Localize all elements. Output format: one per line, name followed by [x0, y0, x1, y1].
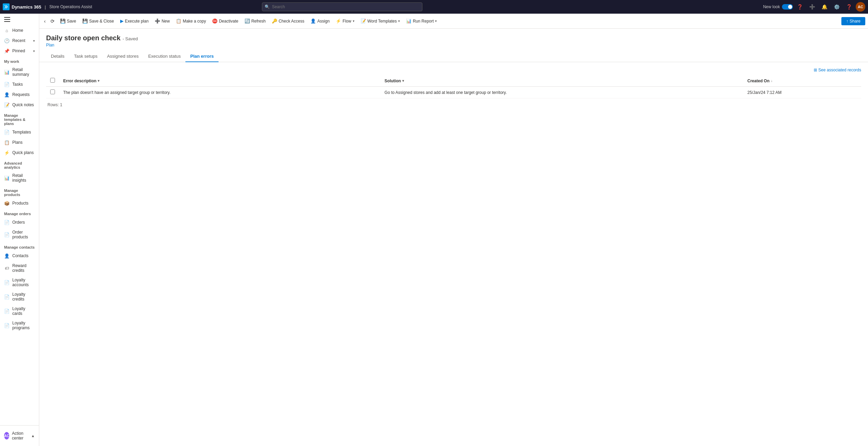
quick-plans-icon: ⚡: [4, 150, 10, 155]
sidebar-item-quick-notes[interactable]: 📝 Quick notes: [0, 100, 39, 110]
recent-icon: 🕐: [4, 38, 10, 43]
manage-templates-header: Manage templates & plans: [0, 110, 39, 127]
add-button[interactable]: ➕: [807, 1, 817, 12]
save-button[interactable]: 💾 Save: [57, 17, 79, 25]
execute-plan-icon: ▶: [120, 18, 124, 24]
sidebar-item-loyalty-cards[interactable]: 📄 Loyalty cards: [0, 304, 39, 318]
requests-icon: 👤: [4, 92, 10, 97]
see-associated-button[interactable]: ⊞ See associated records: [814, 68, 861, 72]
sidebar-item-tasks[interactable]: 📄 Tasks: [0, 79, 39, 89]
table-row: The plan doesn't have an assigned target…: [46, 87, 861, 98]
settings-button[interactable]: ⚙️: [831, 1, 842, 12]
row-checkbox[interactable]: [50, 89, 55, 94]
assign-button[interactable]: 👤 Assign: [308, 17, 332, 25]
created-on-sort-icon: ↓: [771, 79, 772, 83]
action-center-item[interactable]: AC Action center ▲: [0, 428, 39, 443]
sidebar-requests-label: Requests: [12, 92, 30, 97]
manage-products-header: Manage products: [0, 185, 39, 198]
save-close-icon: 💾: [82, 18, 88, 24]
notifications-button[interactable]: 🔔: [819, 1, 830, 12]
sidebar-item-home[interactable]: ⌂ Home: [0, 25, 39, 36]
sidebar-item-quick-plans[interactable]: ⚡ Quick plans: [0, 148, 39, 158]
sidebar-item-loyalty-accounts[interactable]: 📄 Loyalty accounts: [0, 275, 39, 290]
sidebar-item-retail-insights[interactable]: 📊 Retail insights: [0, 171, 39, 185]
deactivate-icon: ⛔: [212, 18, 218, 24]
deactivate-button[interactable]: ⛔ Deactivate: [209, 17, 241, 25]
flow-icon: ⚡: [336, 18, 341, 24]
products-icon: 📦: [4, 200, 10, 206]
select-all-checkbox[interactable]: [50, 78, 55, 83]
sidebar-order-products-label: Order products: [12, 230, 35, 239]
page-title: Daily store open check: [46, 34, 121, 42]
flow-chevron-icon: ▾: [353, 19, 354, 23]
sidebar-menu-button[interactable]: [0, 14, 39, 25]
my-work-header: My work: [0, 56, 39, 65]
sidebar-item-pinned[interactable]: 📌 Pinned ▾: [0, 46, 39, 56]
svg-rect-2: [4, 19, 10, 20]
sidebar-retail-summary-label: Retail summary: [12, 67, 35, 77]
reward-credits-icon: 🏷: [4, 265, 10, 271]
error-description-cell: The plan doesn't have an assigned target…: [59, 87, 380, 98]
retail-insights-icon: 📊: [4, 175, 10, 181]
back-button[interactable]: ‹: [42, 17, 48, 26]
nav-arrows: ‹ ⟳: [42, 17, 57, 26]
svg-rect-3: [4, 21, 10, 22]
header-created-on[interactable]: Created On ↓: [743, 75, 861, 87]
new-look-label: New look: [763, 4, 780, 9]
share-button[interactable]: ↑ Share: [841, 17, 865, 25]
sidebar-products-label: Products: [12, 201, 28, 206]
header-solution[interactable]: Solution ▾: [380, 75, 743, 87]
sidebar-item-loyalty-credits[interactable]: 📄 Loyalty credits: [0, 290, 39, 304]
flow-button[interactable]: ⚡ Flow ▾: [333, 17, 357, 25]
tab-task-setups[interactable]: Task setups: [69, 51, 102, 62]
question-button[interactable]: ❓: [843, 1, 854, 12]
plans-icon: 📋: [4, 140, 10, 145]
table-area: ⊞ See associated records Error descri: [39, 62, 868, 113]
check-access-icon: 🔑: [272, 18, 277, 24]
home-icon: ⌂: [4, 28, 10, 33]
sidebar-item-label: Home: [12, 28, 23, 33]
sidebar-loyalty-accounts-label: Loyalty accounts: [12, 278, 35, 287]
check-access-button[interactable]: 🔑 Check Access: [269, 17, 307, 25]
sidebar-item-templates[interactable]: 📄 Templates: [0, 127, 39, 137]
tab-plan-errors[interactable]: Plan errors: [185, 51, 219, 62]
forward-button[interactable]: ⟳: [48, 17, 57, 26]
search-icon: 🔍: [265, 4, 270, 9]
rows-count: Rows: 1: [46, 102, 861, 107]
contacts-icon: 👤: [4, 253, 10, 259]
sidebar-item-retail-summary[interactable]: 📊 Retail summary: [0, 65, 39, 79]
command-bar: ‹ ⟳ 💾 Save 💾 Save & Close ▶ Execute plan…: [39, 14, 868, 29]
user-avatar[interactable]: AC: [856, 2, 865, 12]
sidebar-templates-label: Templates: [12, 130, 31, 135]
search-input[interactable]: [262, 2, 422, 11]
tab-assigned-stores[interactable]: Assigned stores: [102, 51, 143, 62]
save-close-button[interactable]: 💾 Save & Close: [80, 17, 117, 25]
sidebar-item-recent[interactable]: 🕐 Recent ▾: [0, 36, 39, 46]
tab-details[interactable]: Details: [46, 51, 69, 62]
sidebar-item-requests[interactable]: 👤 Requests: [0, 89, 39, 100]
table-header-actions: ⊞ See associated records: [46, 68, 861, 72]
help-button[interactable]: ❓: [794, 1, 805, 12]
new-button[interactable]: ➕ New: [152, 17, 172, 25]
sidebar-item-reward-credits[interactable]: 🏷 Reward credits: [0, 261, 39, 275]
header-error-description[interactable]: Error description ▾: [59, 75, 380, 87]
sidebar-item-plans[interactable]: 📋 Plans: [0, 137, 39, 148]
make-copy-button[interactable]: 📋 Make a copy: [173, 17, 209, 25]
refresh-button[interactable]: 🔄 Refresh: [242, 17, 268, 25]
tab-execution-status[interactable]: Execution status: [143, 51, 185, 62]
sidebar-item-order-products[interactable]: 📄 Order products: [0, 227, 39, 242]
new-look-switch[interactable]: [782, 4, 793, 10]
sidebar-item-loyalty-programs[interactable]: 📄 Loyalty programs: [0, 318, 39, 333]
execute-plan-button[interactable]: ▶ Execute plan: [117, 17, 151, 25]
page-header: Daily store open check - Saved Plan: [39, 29, 868, 47]
sidebar-item-contacts[interactable]: 👤 Contacts: [0, 251, 39, 261]
sidebar-item-products[interactable]: 📦 Products: [0, 198, 39, 208]
word-templates-button[interactable]: 📝 Word Templates ▾: [358, 17, 403, 25]
run-report-button[interactable]: 📊 Run Report ▾: [403, 17, 439, 25]
save-icon: 💾: [60, 18, 66, 24]
page-saved-status: - Saved: [123, 36, 138, 41]
sidebar-item-orders[interactable]: 📄 Orders: [0, 217, 39, 227]
solution-sort-icon: ▾: [402, 79, 404, 83]
sidebar-recent-label: Recent: [12, 38, 25, 43]
header-checkbox-cell: [46, 75, 59, 87]
